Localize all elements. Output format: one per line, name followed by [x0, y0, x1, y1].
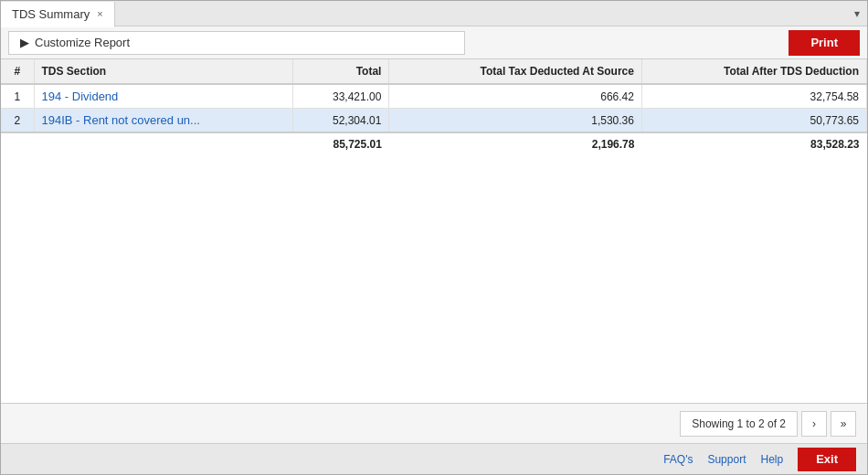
customize-label: Customize Report	[35, 36, 130, 49]
tab-label: TDS Summary	[12, 7, 90, 21]
table-row: 1194 - Dividend33,421.00666.4232,754.58	[1, 84, 867, 109]
footer-tax-deducted: 2,196.78	[389, 132, 642, 155]
customize-icon: ▶	[20, 36, 29, 49]
tab-bar: TDS Summary × ▾	[1, 1, 867, 26]
help-link[interactable]: Help	[760, 453, 783, 466]
row-tax-deducted: 1,530.36	[389, 109, 642, 133]
customize-report-button[interactable]: ▶ Customize Report	[8, 31, 465, 55]
tab-tds-summary[interactable]: TDS Summary ×	[1, 2, 115, 27]
pagination-last-button[interactable]: »	[831, 411, 856, 437]
footer-after-deduction: 83,528.23	[641, 132, 866, 155]
faq-link[interactable]: FAQ's	[663, 453, 693, 466]
footer-empty-1	[1, 132, 34, 155]
col-total: Total	[293, 59, 389, 84]
row-section[interactable]: 194IB - Rent not covered un...	[34, 109, 293, 133]
table-header-row: # TDS Section Total Total Tax Deducted A…	[1, 59, 867, 84]
row-num: 1	[1, 84, 34, 109]
main-content: # TDS Section Total Total Tax Deducted A…	[1, 59, 867, 403]
row-total: 33,421.00	[293, 84, 389, 109]
table-footer-row: 85,725.01 2,196.78 83,528.23	[1, 132, 867, 155]
tds-table: # TDS Section Total Total Tax Deducted A…	[1, 59, 867, 155]
footer-empty-2	[34, 132, 293, 155]
col-hash: #	[1, 59, 34, 84]
col-section: TDS Section	[34, 59, 293, 84]
pagination-next-button[interactable]: ›	[801, 411, 827, 437]
row-section[interactable]: 194 - Dividend	[34, 84, 293, 109]
row-total: 52,304.01	[293, 109, 389, 133]
row-num: 2	[1, 109, 34, 133]
tab-close-button[interactable]: ×	[97, 8, 102, 19]
table-spacer	[1, 155, 867, 403]
pagination-info: Showing 1 to 2 of 2	[680, 411, 798, 437]
toolbar: ▶ Customize Report Print	[1, 26, 867, 59]
print-button[interactable]: Print	[789, 30, 860, 56]
footer-total: 85,725.01	[293, 132, 389, 155]
table-row: 2194IB - Rent not covered un...52,304.01…	[1, 109, 867, 133]
row-tax-deducted: 666.42	[389, 84, 642, 109]
pagination-bar: Showing 1 to 2 of 2 › »	[1, 403, 867, 443]
row-after-deduction: 50,773.65	[641, 109, 866, 133]
footer: FAQ's Support Help Exit	[1, 443, 867, 474]
col-tax-deducted: Total Tax Deducted At Source	[389, 59, 642, 84]
exit-button[interactable]: Exit	[798, 448, 856, 471]
col-after-deduction: Total After TDS Deduction	[641, 59, 866, 84]
tab-scroll-arrow[interactable]: ▾	[854, 7, 867, 20]
support-link[interactable]: Support	[707, 453, 746, 466]
row-after-deduction: 32,754.58	[641, 84, 866, 109]
